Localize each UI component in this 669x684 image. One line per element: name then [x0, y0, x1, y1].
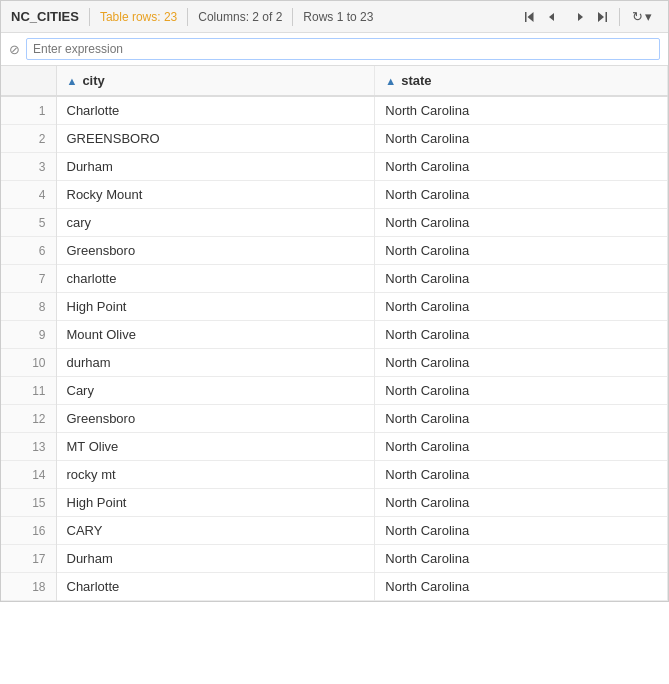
- table-row[interactable]: 2GREENSBORONorth Carolina: [1, 125, 668, 153]
- table-row[interactable]: 18CharlotteNorth Carolina: [1, 573, 668, 601]
- state-cell: North Carolina: [375, 209, 668, 237]
- filter-row: ⊘: [1, 33, 668, 66]
- columns-stat: Columns: 2 of 2: [198, 10, 282, 24]
- nav-controls: ↻ ▾: [519, 7, 658, 26]
- city-cell: Charlotte: [56, 96, 375, 125]
- toolbar: NC_CITIES Table rows: 23 Columns: 2 of 2…: [1, 1, 668, 33]
- refresh-button[interactable]: ↻ ▾: [626, 7, 658, 26]
- table-row[interactable]: 11CaryNorth Carolina: [1, 377, 668, 405]
- table-row[interactable]: 4Rocky MountNorth Carolina: [1, 181, 668, 209]
- state-cell: North Carolina: [375, 96, 668, 125]
- state-cell: North Carolina: [375, 489, 668, 517]
- city-cell: cary: [56, 209, 375, 237]
- table-row[interactable]: 1CharlotteNorth Carolina: [1, 96, 668, 125]
- city-cell: CARY: [56, 517, 375, 545]
- city-cell: durham: [56, 349, 375, 377]
- table-row[interactable]: 8High PointNorth Carolina: [1, 293, 668, 321]
- city-cell: High Point: [56, 489, 375, 517]
- nav-first-button[interactable]: [519, 8, 541, 26]
- state-sort-icon: ▲: [385, 75, 396, 87]
- state-cell: North Carolina: [375, 321, 668, 349]
- table-row[interactable]: 3DurhamNorth Carolina: [1, 153, 668, 181]
- row-number: 12: [1, 405, 56, 433]
- city-column-label: city: [82, 73, 104, 88]
- row-number: 15: [1, 489, 56, 517]
- refresh-icon: ↻: [632, 9, 643, 24]
- column-header-state[interactable]: ▲ state: [375, 66, 668, 96]
- divider-3: [292, 8, 293, 26]
- state-cell: North Carolina: [375, 153, 668, 181]
- table-rows-stat: Table rows: 23: [100, 10, 177, 24]
- state-cell: North Carolina: [375, 125, 668, 153]
- row-number: 18: [1, 573, 56, 601]
- row-number-header: [1, 66, 56, 96]
- table-row[interactable]: 12GreensboroNorth Carolina: [1, 405, 668, 433]
- filter-icon: ⊘: [9, 42, 20, 57]
- state-column-label: state: [401, 73, 431, 88]
- table-container: ▲ city ▲ state 1CharlotteNorth Carolina2…: [1, 66, 668, 601]
- row-number: 7: [1, 265, 56, 293]
- state-cell: North Carolina: [375, 405, 668, 433]
- table-row[interactable]: 15High PointNorth Carolina: [1, 489, 668, 517]
- divider-1: [89, 8, 90, 26]
- city-cell: Cary: [56, 377, 375, 405]
- refresh-dropdown-icon: ▾: [645, 9, 652, 24]
- row-number: 13: [1, 433, 56, 461]
- city-sort-icon: ▲: [67, 75, 78, 87]
- table-row[interactable]: 16CARYNorth Carolina: [1, 517, 668, 545]
- table-row[interactable]: 5caryNorth Carolina: [1, 209, 668, 237]
- city-cell: Charlotte: [56, 573, 375, 601]
- table-row[interactable]: 10durhamNorth Carolina: [1, 349, 668, 377]
- row-number: 14: [1, 461, 56, 489]
- nav-prev-button[interactable]: [543, 8, 565, 26]
- state-cell: North Carolina: [375, 461, 668, 489]
- city-cell: Durham: [56, 153, 375, 181]
- city-cell: charlotte: [56, 265, 375, 293]
- city-cell: High Point: [56, 293, 375, 321]
- table-row[interactable]: 17DurhamNorth Carolina: [1, 545, 668, 573]
- row-number: 1: [1, 96, 56, 125]
- table-row[interactable]: 6GreensboroNorth Carolina: [1, 237, 668, 265]
- city-cell: Greensboro: [56, 237, 375, 265]
- table-header-row: ▲ city ▲ state: [1, 66, 668, 96]
- city-cell: Durham: [56, 545, 375, 573]
- state-cell: North Carolina: [375, 265, 668, 293]
- data-table: ▲ city ▲ state 1CharlotteNorth Carolina2…: [1, 66, 668, 601]
- city-cell: MT Olive: [56, 433, 375, 461]
- table-body: 1CharlotteNorth Carolina2GREENSBORONorth…: [1, 96, 668, 601]
- table-row[interactable]: 7charlotteNorth Carolina: [1, 265, 668, 293]
- state-cell: North Carolina: [375, 349, 668, 377]
- divider-2: [187, 8, 188, 26]
- state-cell: North Carolina: [375, 517, 668, 545]
- row-number: 5: [1, 209, 56, 237]
- row-number: 4: [1, 181, 56, 209]
- row-number: 11: [1, 377, 56, 405]
- city-cell: Rocky Mount: [56, 181, 375, 209]
- main-window: NC_CITIES Table rows: 23 Columns: 2 of 2…: [0, 0, 669, 602]
- row-number: 9: [1, 321, 56, 349]
- state-cell: North Carolina: [375, 573, 668, 601]
- table-title: NC_CITIES: [11, 9, 79, 24]
- state-cell: North Carolina: [375, 293, 668, 321]
- row-number: 3: [1, 153, 56, 181]
- nav-next-button[interactable]: [567, 8, 589, 26]
- table-row[interactable]: 9Mount OliveNorth Carolina: [1, 321, 668, 349]
- city-cell: Mount Olive: [56, 321, 375, 349]
- table-row[interactable]: 13MT OliveNorth Carolina: [1, 433, 668, 461]
- filter-input[interactable]: [26, 38, 660, 60]
- rows-range-stat: Rows 1 to 23: [303, 10, 373, 24]
- state-cell: North Carolina: [375, 377, 668, 405]
- row-number: 6: [1, 237, 56, 265]
- state-cell: North Carolina: [375, 433, 668, 461]
- city-cell: rocky mt: [56, 461, 375, 489]
- city-cell: GREENSBORO: [56, 125, 375, 153]
- row-number: 2: [1, 125, 56, 153]
- column-header-city[interactable]: ▲ city: [56, 66, 375, 96]
- row-number: 8: [1, 293, 56, 321]
- state-cell: North Carolina: [375, 181, 668, 209]
- divider-4: [619, 8, 620, 26]
- state-cell: North Carolina: [375, 545, 668, 573]
- table-row[interactable]: 14rocky mtNorth Carolina: [1, 461, 668, 489]
- row-number: 17: [1, 545, 56, 573]
- nav-last-button[interactable]: [591, 8, 613, 26]
